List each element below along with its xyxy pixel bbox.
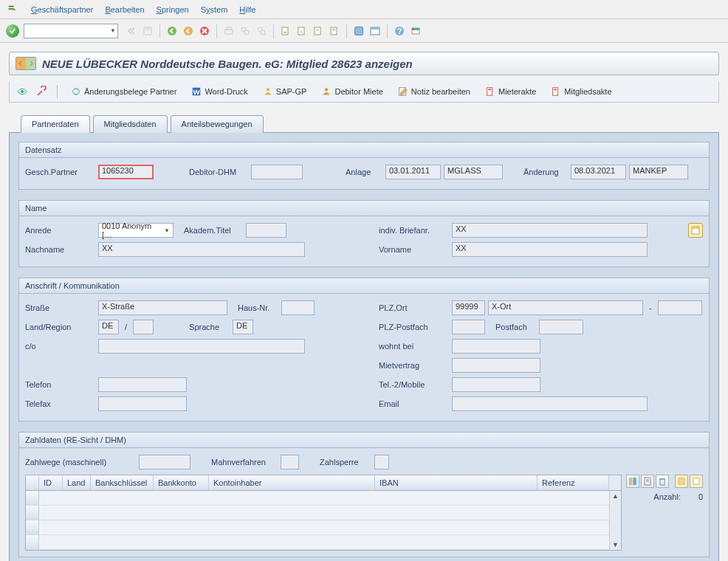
th-id[interactable]: ID: [39, 475, 63, 490]
input-strasse[interactable]: X-Straße: [98, 300, 227, 315]
input-plz-postfach[interactable]: [452, 320, 485, 334]
th-referenz[interactable]: Referenz: [538, 475, 609, 490]
input-nachname[interactable]: XX: [98, 242, 305, 257]
prev-page-icon[interactable]: [295, 24, 309, 38]
label-zahlwege: Zahlwege (maschinell): [25, 458, 136, 467]
input-plz[interactable]: 99999: [452, 300, 485, 315]
last-page-icon[interactable]: [327, 24, 342, 38]
input-anlage-user[interactable]: MGLASS: [444, 165, 503, 179]
input-wohnt-bei[interactable]: [452, 339, 540, 354]
input-aenderung-date[interactable]: 08.03.2021: [571, 165, 626, 179]
tab-mitgliedsdaten-label: Mitgliedsdaten: [104, 120, 157, 128]
input-telefon[interactable]: [98, 377, 187, 392]
table-row[interactable]: [26, 491, 609, 506]
input-akadem-titel[interactable]: [246, 223, 286, 238]
first-page-icon[interactable]: [278, 24, 293, 38]
input-mietvertrag[interactable]: [452, 358, 540, 373]
table-row[interactable]: [26, 520, 609, 535]
input-co[interactable]: [98, 339, 305, 354]
find-next-icon[interactable]: [254, 24, 269, 38]
input-debitor-dhm[interactable]: [251, 165, 303, 179]
label-postfach: Postfach: [495, 323, 536, 331]
menu-system-icon[interactable]: [6, 4, 18, 16]
menu-system[interactable]: System: [201, 5, 228, 14]
input-zahlwege[interactable]: [139, 455, 190, 469]
save-icon[interactable]: [140, 24, 155, 38]
svg-rect-36: [629, 478, 632, 485]
nav-back-icon[interactable]: [165, 24, 179, 38]
print-icon[interactable]: [222, 24, 236, 38]
layout-icon[interactable]: [368, 24, 382, 38]
input-email[interactable]: [452, 396, 648, 411]
input-sprache[interactable]: DE: [233, 320, 253, 334]
input-gesch-partner[interactable]: 1065230: [98, 165, 154, 179]
menu-geschaeftspartner[interactable]: Geschäftspartner: [31, 5, 93, 14]
enter-icon[interactable]: [6, 24, 19, 38]
table-config-icon[interactable]: [626, 475, 639, 488]
table-deselect-icon[interactable]: [690, 475, 703, 488]
customize-icon[interactable]: [408, 24, 423, 38]
help-icon[interactable]: ?: [392, 24, 407, 38]
input-anlage-date[interactable]: 03.01.2011: [385, 165, 441, 179]
tab-mitgliedsdaten[interactable]: Mitgliedsdaten: [93, 115, 168, 133]
detail-button[interactable]: [688, 223, 703, 238]
notiz-bearbeiten-button[interactable]: Notiz bearbeiten: [394, 85, 475, 98]
change-documents-button[interactable]: Änderungsbelege Partner: [66, 85, 181, 98]
title-bar: NEUE LÜBECKER Norddeutsche Baugen. eG: M…: [9, 52, 719, 75]
separator: [57, 85, 58, 98]
input-land[interactable]: DE: [98, 320, 119, 334]
mieterakte-button[interactable]: Mieterakte: [481, 85, 540, 98]
input-aenderung-user[interactable]: MANKEP: [629, 165, 688, 179]
menu-springen[interactable]: Springen: [157, 5, 189, 14]
table-row[interactable]: [26, 506, 609, 520]
table-insert-icon[interactable]: [641, 475, 654, 488]
input-zahlsperre[interactable]: [374, 455, 389, 469]
next-page-icon[interactable]: [311, 24, 326, 38]
table-scrollbar[interactable]: ▲ ▼: [609, 491, 621, 550]
input-indiv-brief[interactable]: XX: [452, 223, 648, 238]
scroll-down-icon[interactable]: ▼: [610, 540, 621, 550]
debitor-miete-button[interactable]: Debitor Miete: [317, 85, 387, 98]
nav-cancel-icon[interactable]: [197, 24, 212, 38]
th-iban[interactable]: IBAN: [375, 475, 538, 490]
nav-exit-icon[interactable]: [181, 24, 196, 38]
tab-anteilsbewegungen-label: Anteilsbewegungen: [182, 120, 253, 128]
separator: [387, 24, 388, 38]
find-icon[interactable]: [238, 24, 253, 38]
table-select-all-icon[interactable]: [675, 475, 688, 488]
th-bankkonto[interactable]: Bankkonto: [154, 475, 209, 490]
input-telefax[interactable]: [98, 396, 187, 411]
word-print-button[interactable]: W Word-Druck: [187, 85, 252, 98]
input-region[interactable]: [133, 320, 154, 334]
input-postfach[interactable]: [539, 320, 583, 334]
svg-rect-44: [693, 478, 699, 484]
select-anrede[interactable]: 0010 Anonym […▼: [98, 223, 174, 238]
command-field[interactable]: ▼: [24, 24, 118, 38]
new-session-icon[interactable]: [351, 24, 366, 38]
back-icon[interactable]: [124, 24, 139, 38]
mitgliedsakte-label: Mitgliedsakte: [564, 87, 611, 96]
app-tool-icon[interactable]: [35, 85, 48, 98]
th-bankschluessel[interactable]: Bankschlüssel: [91, 475, 154, 490]
tab-partnerdaten[interactable]: Partnerdaten: [21, 115, 90, 133]
table-row[interactable]: [26, 535, 609, 550]
menu-bearbeiten[interactable]: Bearbeiten: [105, 5, 144, 14]
input-tel2[interactable]: [452, 377, 540, 392]
tab-anteilsbewegungen[interactable]: Anteilsbewegungen: [171, 115, 264, 133]
input-haus-nr[interactable]: [281, 300, 315, 315]
menu-hilfe[interactable]: Hilfe: [239, 5, 255, 14]
th-land[interactable]: Land: [63, 475, 91, 490]
sap-gp-button[interactable]: SAP-GP: [258, 85, 312, 98]
mitgliedsakte-button[interactable]: Mitgliedsakte: [546, 85, 616, 98]
select-anrede-value: 0010 Anonym […: [102, 221, 164, 239]
app-display-icon[interactable]: [16, 85, 29, 98]
th-kontoinhaber[interactable]: Kontoinhaber: [209, 475, 375, 490]
title-toggle-icon[interactable]: [16, 57, 36, 70]
scroll-up-icon[interactable]: ▲: [610, 491, 621, 501]
table-delete-icon[interactable]: [656, 475, 669, 488]
input-mahnverfahren[interactable]: [281, 455, 299, 469]
input-ort[interactable]: X-Ort: [488, 300, 643, 315]
input-ort-zusatz[interactable]: [658, 300, 702, 315]
bank-table-area: ID Land Bankschlüssel Bankkonto Kontoinh…: [25, 475, 703, 551]
input-vorname[interactable]: XX: [452, 242, 648, 257]
